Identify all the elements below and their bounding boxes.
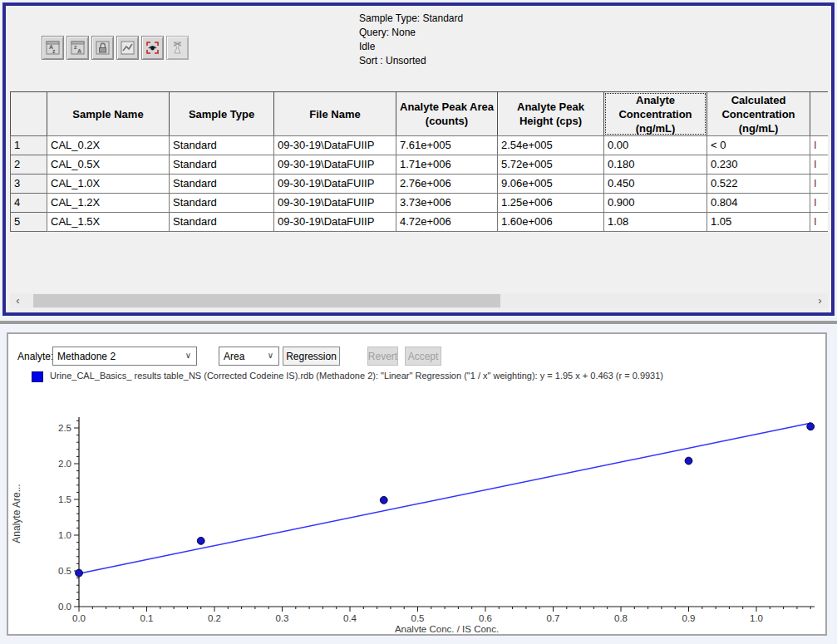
table-cell[interactable]: CAL_0.2X (47, 135, 170, 155)
table-cell[interactable]: 0.00 (603, 135, 707, 155)
table-row[interactable]: 1CAL_0.2XStandard09-30-19\DataFUIIP7.61e… (10, 136, 828, 155)
panel-splitter[interactable] (0, 321, 837, 325)
table-horizontal-scrollbar[interactable]: ‹ › (10, 293, 828, 308)
scrollbar-track[interactable] (26, 293, 812, 308)
table-cell[interactable]: 0.450 (603, 174, 707, 194)
svg-text:z: z (52, 48, 56, 54)
data-point[interactable] (76, 569, 83, 577)
svg-text:0.0: 0.0 (72, 613, 86, 623)
table-cell[interactable]: 09-30-19\DataFUIIP (273, 193, 396, 213)
header-cell[interactable]: Sample Type (169, 91, 274, 136)
table-cell[interactable]: 2.76e+006 (396, 174, 498, 194)
header-cell[interactable]: File Name (273, 91, 396, 136)
table-cell[interactable]: 09-30-19\DataFUIIP (273, 155, 396, 175)
svg-text:0.0: 0.0 (58, 602, 71, 612)
table-cell[interactable]: 1.05 (707, 212, 810, 232)
table-cell[interactable]: 2.54e+005 (497, 135, 604, 155)
table-row[interactable]: 4CAL_1.2XStandard09-30-19\DataFUIIP3.73e… (10, 194, 828, 213)
table-cell[interactable]: 1.60e+006 (497, 212, 604, 232)
table-cell[interactable]: 3.73e+006 (396, 193, 498, 213)
table-cell[interactable]: 4.72e+006 (396, 212, 498, 232)
status-block: Sample Type: StandardQuery: NoneIdleSort… (359, 12, 463, 68)
lock-column-button[interactable] (91, 36, 114, 60)
table-cell[interactable]: < 0 (707, 135, 810, 155)
table-cell[interactable]: CAL_0.5X (47, 155, 170, 175)
sort-za-button[interactable]: z A (66, 36, 89, 60)
table-cell[interactable]: Standard (169, 155, 274, 175)
table-cell[interactable]: 0.230 (707, 155, 810, 175)
table-cell[interactable]: 0.522 (707, 174, 810, 194)
header-cell[interactable]: Calculated Concentration (ng/mL) (707, 91, 810, 136)
table-cell[interactable]: CAL_1.5X (47, 212, 170, 232)
svg-text:0.6: 0.6 (479, 613, 492, 623)
table-row[interactable]: 5CAL_1.5XStandard09-30-19\DataFUIIP4.72e… (10, 213, 828, 232)
header-cell[interactable]: Analyte Peak Area (counts) (396, 91, 498, 136)
accept-button[interactable]: Accept (405, 347, 441, 366)
row-number[interactable]: 5 (10, 212, 47, 232)
data-point[interactable] (380, 496, 387, 504)
signal-select[interactable]: Area ∨ (219, 347, 279, 366)
scrollbar-thumb[interactable] (33, 294, 500, 307)
svg-text:1.5: 1.5 (58, 494, 71, 504)
header-cell[interactable]: Sample Name (47, 91, 170, 136)
table-row[interactable]: 2CAL_0.5XStandard09-30-19\DataFUIIP1.71e… (10, 155, 828, 175)
row-number[interactable]: 3 (10, 174, 47, 194)
table-cell[interactable]: Standard (169, 174, 274, 194)
table-cell[interactable]: CAL_1.2X (47, 193, 170, 213)
table-cell[interactable]: 0.804 (707, 193, 810, 213)
svg-text:A: A (77, 48, 81, 54)
table-cell[interactable]: 0.900 (603, 193, 707, 213)
analyte-select[interactable]: Methadone 2 ∨ (52, 347, 197, 366)
table-cell[interactable]: I (810, 135, 828, 155)
sort-az-button[interactable]: A z (42, 36, 64, 60)
table-cell[interactable]: 1.25e+006 (497, 193, 604, 213)
sort-az-icon: A z (45, 40, 61, 56)
data-point[interactable] (807, 423, 815, 430)
table-cell[interactable]: 09-30-19\DataFUIIP (273, 135, 396, 155)
svg-text:0.8: 0.8 (614, 613, 628, 623)
hourglass-button[interactable] (166, 36, 189, 60)
table-cell[interactable]: I (810, 212, 828, 232)
row-number[interactable]: 1 (10, 135, 47, 155)
table-cell[interactable]: Standard (169, 193, 274, 213)
x-axis-label: Analyte Conc. / IS Conc. (395, 624, 499, 632)
data-point[interactable] (685, 457, 692, 465)
data-point[interactable] (197, 537, 204, 544)
svg-text:0.9: 0.9 (682, 613, 696, 623)
table-cell[interactable]: 1.71e+006 (396, 155, 498, 175)
app-window: A z z A (0, 0, 837, 644)
row-number[interactable]: 2 (10, 155, 47, 175)
table-cell[interactable]: I (810, 174, 828, 194)
table-cell[interactable]: 1.08 (603, 212, 707, 232)
metric-plot-button[interactable] (116, 36, 139, 60)
table-cell[interactable]: 9.06e+005 (497, 174, 604, 194)
svg-text:0.2: 0.2 (208, 613, 221, 623)
table-cell[interactable]: 7.61e+005 (396, 135, 498, 155)
table-cell[interactable]: 09-30-19\DataFUIIP (273, 212, 396, 232)
header-cell[interactable] (10, 91, 47, 136)
table-cell[interactable]: 09-30-19\DataFUIIP (273, 174, 396, 194)
table-cell[interactable]: 5.72e+005 (497, 155, 604, 175)
header-cell[interactable]: Analyte Concentration (ng/mL) (603, 91, 707, 136)
revert-button[interactable]: Revert (367, 347, 398, 366)
results-table-panel: A z z A (2, 2, 835, 316)
table-cell[interactable]: Standard (169, 135, 274, 155)
table-cell[interactable]: I (810, 155, 828, 175)
scroll-right-icon[interactable]: › (812, 293, 828, 308)
svg-text:1.0: 1.0 (58, 530, 71, 540)
regression-button[interactable]: Regression (283, 347, 340, 366)
table-row[interactable]: 3CAL_1.0XStandard09-30-19\DataFUIIP2.76e… (10, 175, 828, 194)
table-cell[interactable]: 0.180 (603, 155, 707, 175)
header-cell[interactable] (810, 91, 828, 136)
row-number[interactable]: 4 (10, 193, 47, 213)
analyte-label: Analyte: (17, 351, 53, 362)
table-cell[interactable]: CAL_1.0X (47, 174, 170, 194)
scroll-left-icon[interactable]: ‹ (10, 293, 26, 308)
full-view-button[interactable] (141, 36, 164, 60)
header-cell[interactable]: Analyte Peak Height (cps) (497, 91, 604, 136)
svg-text:2.0: 2.0 (58, 459, 71, 469)
results-table[interactable]: Sample NameSample TypeFile NameAnalyte P… (10, 91, 828, 232)
header-row: Sample NameSample TypeFile NameAnalyte P… (10, 91, 828, 136)
table-cell[interactable]: Standard (169, 212, 274, 232)
table-cell[interactable]: I (810, 193, 828, 213)
